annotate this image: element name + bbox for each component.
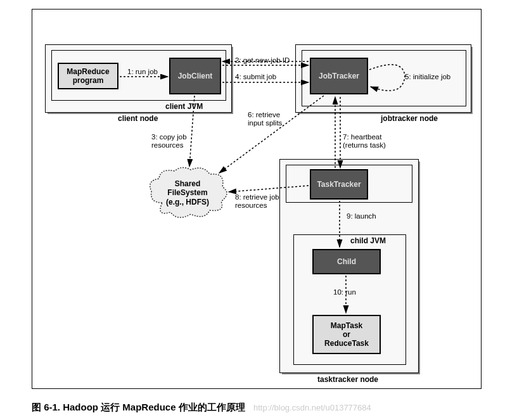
edge-7-label: 7: heartbeat (returns task)	[343, 133, 386, 149]
edge-10-label: 10: run	[333, 288, 356, 296]
mapreduce-program: MapReduce program	[58, 63, 118, 89]
edge-8-label: 8: retrieve job resources	[235, 193, 279, 209]
edge-1-label: 1: run job	[127, 68, 158, 76]
edge-4-label: 4: submit job	[235, 73, 276, 81]
maptask-reducetask: MapTask or ReduceTask	[312, 315, 381, 354]
figure-caption: 图 6-1. Hadoop 运行 MapReduce 作业的工作原理	[32, 402, 245, 414]
watermark-url: http://blog.csdn.net/u013777684	[253, 403, 371, 412]
diagram-frame: client node client JVM MapReduce program…	[32, 9, 482, 389]
client-jvm-label: client JVM	[165, 102, 203, 111]
shared-filesystem: Shared FileSystem (e.g., HDFS)	[159, 179, 216, 207]
child-component: Child	[312, 249, 381, 274]
jobtracker-node-label: jobtracker node	[381, 114, 438, 123]
jobtracker: JobTracker	[310, 58, 368, 94]
child-jvm-label: child JVM	[350, 236, 386, 245]
edge-3-label: 3: copy job resources	[151, 133, 187, 149]
edge-2-label: 2: get new job ID	[235, 56, 290, 65]
edge-9-label: 9: launch	[347, 212, 376, 220]
tasktracker: TaskTracker	[310, 169, 368, 200]
tasktracker-node-label: tasktracker node	[317, 375, 378, 384]
client-node-label: client node	[118, 114, 158, 123]
jobclient: JobClient	[169, 58, 221, 94]
edge-6-label: 6: retrieve input splits	[248, 111, 282, 127]
edge-5-label: 5: initialize job	[405, 73, 450, 81]
